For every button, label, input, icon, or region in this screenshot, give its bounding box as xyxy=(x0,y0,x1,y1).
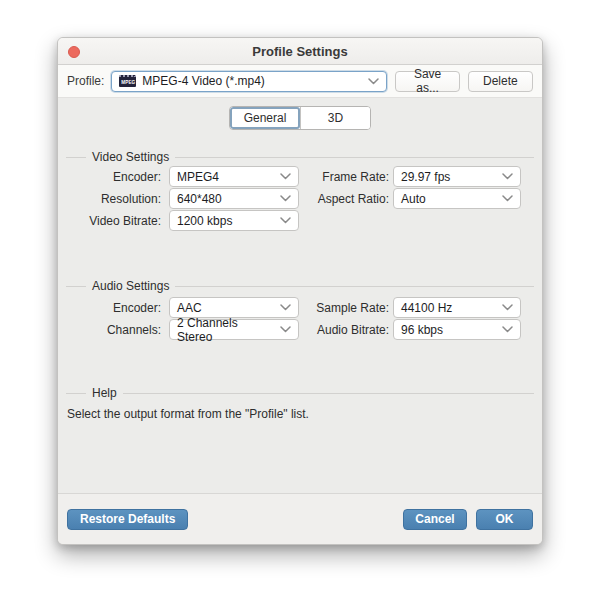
resolution-select[interactable]: 640*480 xyxy=(169,188,299,209)
profile-settings-dialog: Profile Settings Profile: MPEG MPEG-4 Vi… xyxy=(57,37,543,545)
chevron-down-icon xyxy=(362,78,379,85)
video-row-3: Video Bitrate: 1200 kbps xyxy=(58,210,542,231)
audio-settings-title: Audio Settings xyxy=(86,279,175,293)
help-title: Help xyxy=(86,386,123,400)
channels-label: Channels: xyxy=(66,323,161,337)
footer-bar: Restore Defaults Cancel OK xyxy=(58,493,542,544)
sample-rate-label: Sample Rate: xyxy=(299,301,389,315)
profile-label: Profile: xyxy=(67,74,104,88)
video-settings-header: Video Settings xyxy=(66,150,534,164)
close-button[interactable] xyxy=(68,46,80,58)
video-row-2: Resolution: 640*480 Aspect Ratio: Auto xyxy=(58,188,542,209)
select-value: 96 kbps xyxy=(401,323,443,337)
video-bitrate-select[interactable]: 1200 kbps xyxy=(169,210,299,231)
audio-row-2: Channels: 2 Channels Stereo Audio Bitrat… xyxy=(58,319,542,340)
encoder-select[interactable]: MPEG4 xyxy=(169,166,299,187)
tab-general[interactable]: General xyxy=(230,107,300,129)
chevron-down-icon xyxy=(496,195,513,202)
video-bitrate-label: Video Bitrate: xyxy=(66,214,161,228)
audio-row-1: Encoder: AAC Sample Rate: 44100 Hz xyxy=(58,297,542,318)
profile-toolbar: Profile: MPEG MPEG-4 Video (*.mp4) Save … xyxy=(58,65,542,98)
dialog-body: General 3D Video Settings Encoder: MPEG4… xyxy=(58,98,542,495)
help-text: Select the output format from the "Profi… xyxy=(67,407,309,421)
select-value: 640*480 xyxy=(177,192,222,206)
footer-actions: Cancel OK xyxy=(403,509,533,530)
help-header: Help xyxy=(66,386,534,400)
chevron-down-icon xyxy=(274,173,291,180)
channels-select[interactable]: 2 Channels Stereo xyxy=(169,319,299,340)
ok-button[interactable]: OK xyxy=(476,509,533,530)
video-settings-title: Video Settings xyxy=(86,150,175,164)
select-value: 29.97 fps xyxy=(401,170,450,184)
tab-segmented-control: General 3D xyxy=(229,106,371,130)
select-value: 1200 kbps xyxy=(177,214,232,228)
cancel-button[interactable]: Cancel xyxy=(403,509,467,530)
mpeg-badge-icon: MPEG xyxy=(119,75,136,87)
audio-settings-header: Audio Settings xyxy=(66,279,534,293)
aspect-ratio-label: Aspect Ratio: xyxy=(299,192,389,206)
audio-bitrate-select[interactable]: 96 kbps xyxy=(393,319,521,340)
select-value: 44100 Hz xyxy=(401,301,452,315)
sample-rate-select[interactable]: 44100 Hz xyxy=(393,297,521,318)
audio-encoder-label: Encoder: xyxy=(66,301,161,315)
chevron-down-icon xyxy=(274,326,291,333)
profile-select-value: MPEG-4 Video (*.mp4) xyxy=(142,74,265,88)
profile-select[interactable]: MPEG MPEG-4 Video (*.mp4) xyxy=(111,71,387,92)
frame-rate-label: Frame Rate: xyxy=(299,170,389,184)
chevron-down-icon xyxy=(274,195,291,202)
tab-bar: General 3D xyxy=(58,106,542,130)
window-title: Profile Settings xyxy=(252,44,347,59)
chevron-down-icon xyxy=(274,217,291,224)
encoder-label: Encoder: xyxy=(66,170,161,184)
tab-3d[interactable]: 3D xyxy=(300,107,370,129)
video-row-1: Encoder: MPEG4 Frame Rate: 29.97 fps xyxy=(58,166,542,187)
frame-rate-select[interactable]: 29.97 fps xyxy=(393,166,521,187)
chevron-down-icon xyxy=(496,326,513,333)
chevron-down-icon xyxy=(496,173,513,180)
select-value: 2 Channels Stereo xyxy=(177,316,274,344)
select-value: AAC xyxy=(177,301,202,315)
chevron-down-icon xyxy=(274,304,291,311)
select-value: MPEG4 xyxy=(177,170,219,184)
save-as-button[interactable]: Save as... xyxy=(395,71,459,92)
delete-button[interactable]: Delete xyxy=(468,71,533,92)
audio-bitrate-label: Audio Bitrate: xyxy=(299,323,389,337)
restore-defaults-button[interactable]: Restore Defaults xyxy=(67,509,188,530)
resolution-label: Resolution: xyxy=(66,192,161,206)
titlebar: Profile Settings xyxy=(58,38,542,65)
aspect-ratio-select[interactable]: Auto xyxy=(393,188,521,209)
chevron-down-icon xyxy=(496,304,513,311)
select-value: Auto xyxy=(401,192,426,206)
